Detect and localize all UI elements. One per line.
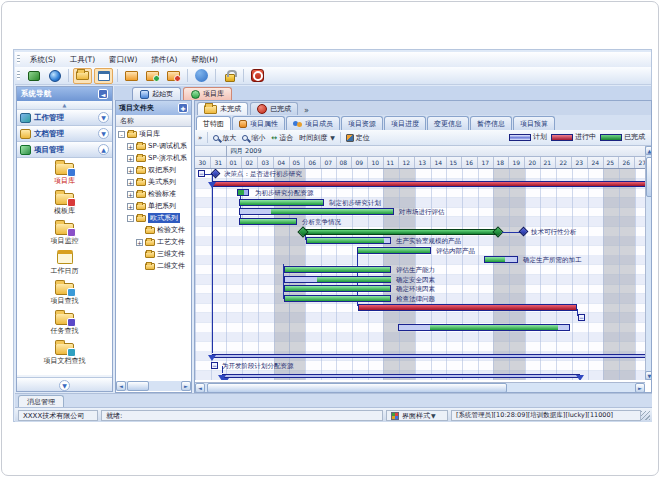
- sidebar-item-0[interactable]: 项目库: [17, 158, 112, 188]
- task-bar[interactable]: [284, 285, 391, 292]
- sidebar-item-1[interactable]: 模板库: [17, 188, 112, 218]
- tree-node-9[interactable]: +工艺文件: [116, 236, 191, 248]
- task-bar[interactable]: [284, 295, 391, 302]
- tree-node-7[interactable]: -欧式系列: [116, 212, 191, 224]
- menubar-grip[interactable]: [17, 55, 20, 64]
- chevron-down-icon[interactable]: ▼: [98, 128, 109, 139]
- tree-node-2[interactable]: +SP-演示机系: [116, 152, 191, 164]
- resize-grip[interactable]: [641, 411, 650, 420]
- summary-bar-plan[interactable]: [222, 374, 580, 378]
- gantt-vertical-scrollbar[interactable]: ▲ ▼: [645, 146, 652, 380]
- detail-tab-0[interactable]: 甘特图: [196, 116, 231, 130]
- detail-tab-6[interactable]: 暂停信息: [470, 116, 512, 130]
- detail-tab-1[interactable]: 项目属性: [232, 116, 285, 130]
- task-bar[interactable]: [284, 276, 391, 283]
- tree-node-3[interactable]: +双把系列: [116, 164, 191, 176]
- sidebar-section-project[interactable]: 项目管理 ▲: [17, 142, 112, 158]
- task-bar-active[interactable]: [358, 304, 577, 311]
- expand-plus-icon[interactable]: +: [136, 239, 143, 246]
- tree-horizontal-scrollbar[interactable]: ◄ ►: [116, 381, 191, 391]
- scroll-up-arrow[interactable]: ▲: [645, 146, 652, 155]
- pin-icon[interactable]: ✚: [178, 103, 188, 113]
- scroll-right-arrow[interactable]: ►: [181, 381, 191, 391]
- tree-node-0[interactable]: -项目库: [116, 128, 191, 140]
- locate-button[interactable]: 定位: [343, 133, 373, 143]
- mail-check-button[interactable]: [143, 68, 162, 84]
- sidebar-item-5[interactable]: 任务查找: [17, 308, 112, 338]
- expand-plus-icon[interactable]: +: [127, 191, 134, 198]
- tree-node-4[interactable]: +美式系列: [116, 176, 191, 188]
- collapse-minus-icon[interactable]: -: [127, 215, 134, 222]
- globe-button[interactable]: [45, 68, 64, 84]
- task-box-icon[interactable]: −: [211, 362, 218, 369]
- task-bar[interactable]: [306, 237, 391, 244]
- scroll-right-arrow[interactable]: ►: [635, 383, 645, 393]
- tree-node-6[interactable]: +单把系列: [116, 200, 191, 212]
- summary-bar-done[interactable]: [303, 229, 498, 235]
- detail-tab-3[interactable]: 项目资源: [341, 116, 383, 130]
- app-button[interactable]: [24, 68, 43, 84]
- task-bar[interactable]: [398, 324, 570, 331]
- mini-task-bar[interactable]: [237, 189, 249, 196]
- detail-tab-5[interactable]: 变更信息: [427, 116, 469, 130]
- scroll-down-arrow[interactable]: ▼: [645, 371, 652, 380]
- detail-tab-7[interactable]: 项目预算: [513, 116, 555, 130]
- task-bar[interactable]: [239, 218, 297, 225]
- expand-plus-icon[interactable]: +: [127, 179, 134, 186]
- chevron-down-icon[interactable]: ▼: [59, 380, 70, 391]
- gantt-horizontal-scrollbar[interactable]: ◄ ►: [195, 382, 645, 393]
- scroll-thumb[interactable]: [127, 381, 149, 391]
- tree-node-1[interactable]: +SP-调试机系: [116, 140, 191, 152]
- stop-button[interactable]: [248, 68, 267, 84]
- expand-plus-icon[interactable]: +: [127, 203, 134, 210]
- tree-node-10[interactable]: 三维文件: [116, 248, 191, 260]
- doc-tab-1[interactable]: 项目库: [183, 87, 232, 100]
- timescale-dropdown[interactable]: 时间刻度▼: [296, 133, 338, 143]
- task-bar[interactable]: [239, 208, 394, 215]
- expand-plus-icon[interactable]: +: [127, 143, 134, 150]
- menu-item-2[interactable]: 窗口(W): [102, 54, 144, 66]
- summary-bar-active[interactable]: [212, 181, 645, 187]
- tab-overflow-chevron[interactable]: »: [300, 106, 313, 115]
- sidebar-section-document[interactable]: 文档管理 ▼: [17, 126, 112, 142]
- tree-node-8[interactable]: 检验文件: [116, 224, 191, 236]
- detail-tab-4[interactable]: 项目进度: [384, 116, 426, 130]
- tree-column-header[interactable]: 名称: [116, 115, 191, 127]
- lock-button[interactable]: [220, 68, 239, 84]
- scroll-thumb[interactable]: [207, 383, 507, 393]
- view-tab-0[interactable]: 未完成: [197, 102, 248, 115]
- sidebar-item-4[interactable]: 项目查找: [17, 278, 112, 308]
- sidebar-item-3[interactable]: 工作日历: [17, 248, 112, 278]
- window-button[interactable]: [94, 68, 113, 84]
- task-bar[interactable]: [284, 266, 391, 273]
- mail-button[interactable]: [122, 68, 141, 84]
- interface-style-button[interactable]: 界面样式 ▼: [386, 410, 448, 421]
- sidebar-item-6[interactable]: 项目文档查找: [17, 338, 112, 368]
- tree-node-5[interactable]: +检验标准: [116, 188, 191, 200]
- scroll-left-arrow[interactable]: ◄: [116, 381, 126, 391]
- summary-bar-plan[interactable]: [212, 354, 645, 358]
- fit-button[interactable]: ↔适合: [268, 133, 296, 143]
- menu-item-1[interactable]: 工具(T): [63, 54, 102, 66]
- task-bar[interactable]: [239, 199, 324, 206]
- toolbar-grip[interactable]: [17, 71, 20, 80]
- task-box-icon[interactable]: −: [198, 170, 205, 177]
- folder-button[interactable]: [73, 68, 92, 84]
- task-bar[interactable]: [484, 256, 518, 263]
- sidebar-item-2[interactable]: 项目监控: [17, 218, 112, 248]
- toolbar-overflow-chevron[interactable]: »: [195, 134, 205, 142]
- expand-plus-icon[interactable]: +: [127, 155, 134, 162]
- menu-item-3[interactable]: 插件(A): [144, 54, 184, 66]
- task-box-icon[interactable]: −: [578, 314, 585, 321]
- chevron-up-icon[interactable]: ▲: [98, 144, 109, 155]
- menu-item-0[interactable]: 系统(S): [23, 54, 63, 66]
- sidebar-collapse-strip[interactable]: ▲: [17, 101, 112, 110]
- help-button[interactable]: [192, 68, 211, 84]
- zoom-out-button[interactable]: 缩小: [239, 133, 268, 143]
- pin-icon[interactable]: ◄: [98, 89, 108, 99]
- sidebar-section-collapsed-partial[interactable]: ▼: [17, 377, 112, 392]
- gantt-chart[interactable]: −决策点：是否进行初步研究为初步研究分配资源制定初步研究计划对市场进行评估分析竞…: [195, 169, 645, 380]
- chevron-down-icon[interactable]: ▼: [98, 112, 109, 123]
- doc-tab-0[interactable]: 起始页: [132, 87, 181, 100]
- detail-tab-2[interactable]: 项目成员: [286, 116, 340, 130]
